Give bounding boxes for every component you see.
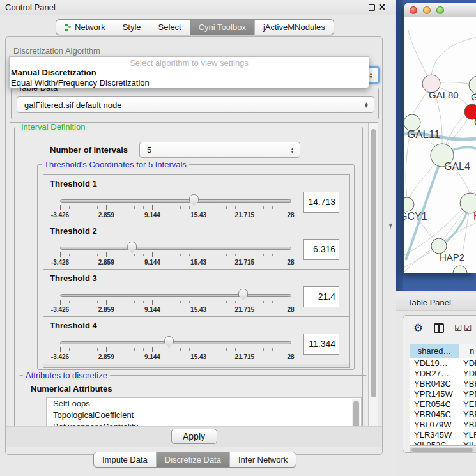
algorithm-option-item[interactable]: Manual Discretization [10,68,369,78]
tab-label: Network [75,22,105,32]
zoom-traffic-light-icon[interactable] [436,6,444,14]
attribute-list-item[interactable]: TopologicalCoefficient [47,410,361,421]
main-scrollbar-thumb[interactable] [371,129,376,397]
slider-thumb[interactable] [189,194,199,206]
apply-button[interactable]: Apply [171,429,217,444]
threshold-value-field[interactable]: 14.713 [303,192,339,213]
numerical-attributes-list: SelfLoops TopologicalCoefficient Between… [46,397,362,427]
table-row[interactable]: YDL19… YDL1 [410,358,476,369]
tab-item[interactable]: Discretize Data [156,452,229,467]
slider-track[interactable] [60,247,291,250]
tab-item[interactable]: Select [150,20,190,35]
threshold-panel: Threshold 3 -3.4262.8599.14415.4321.7152… [43,270,349,317]
number-of-intervals-label: Number of Intervals [50,145,128,155]
table-row[interactable]: YER054C YER0 [410,399,476,410]
slider-track[interactable] [60,199,291,203]
minimize-traffic-light-icon[interactable] [423,6,431,14]
table-row[interactable]: YPR145W YPR1 [410,389,476,399]
tab-label: Discretize Data [165,455,221,464]
split-column-icon[interactable] [434,323,444,333]
table-cell[interactable]: YBR043C [410,379,459,389]
table-cell[interactable]: YDR2 [459,369,476,379]
table-cell[interactable]: YDR27… [410,369,459,379]
table-cell[interactable]: YBR0 [459,410,476,420]
main-scrollbar[interactable] [368,123,378,426]
threshold-value-field[interactable]: 11.344 [303,334,339,355]
interval-definition-group: Interval Definition Number of Intervals … [14,127,363,427]
slider-track[interactable] [60,341,291,344]
algorithm-prompt-item[interactable]: Select algorithm to view settings [10,58,369,68]
threshold-value-field[interactable]: 6.316 [303,239,339,260]
slider-scale-labels: -3.4262.8599.14415.4321.71528 [60,306,291,314]
network-node[interactable] [453,266,467,273]
slider-scale-labels: -3.4262.8599.14415.4321.71528 [60,353,291,361]
list-scrollbar-thumb[interactable] [353,401,359,427]
table-row[interactable]: YLR345W YLR3 [410,430,476,440]
table-cell[interactable]: YBL0 [459,420,476,430]
gear-icon[interactable]: ⚙ [413,321,423,335]
control-panel-title: Control Panel [5,3,56,12]
threshold-label: Threshold 4 [50,321,97,330]
slider-thumb[interactable] [238,289,248,300]
network-canvas[interactable]: GAL80GACGAL11GAL4GCY1HHAP2 [404,17,476,273]
tab-item[interactable]: Cyni Toolbox [190,20,254,35]
table-cell[interactable]: YIL0 [459,440,476,446]
table-data-select[interactable]: galFiltered.sif default node ▲▼ [17,96,374,113]
slider-major-ticks [60,347,291,352]
tab-item[interactable]: Infer Network [229,452,296,467]
table-row[interactable]: YBR045C YBR0 [410,410,476,420]
table-row[interactable]: YIL052C YIL0 [410,440,476,446]
slider-thumb[interactable] [127,242,137,253]
threshold-slider[interactable]: -3.4262.8599.14415.4321.71528 [60,288,291,316]
column-header-name[interactable]: n [459,344,476,358]
threshold-value-field[interactable]: 21.4 [303,286,339,307]
list-scrollbar[interactable] [352,399,360,427]
table-cell[interactable]: YDL1 [459,358,476,369]
algorithm-option-item[interactable]: Equal Width/Frequency Discretization [10,78,369,88]
network-desktop: GAL80GACGAL11GAL4GCY1HHAP2 [396,0,476,291]
discretization-algorithm-group-label: Discretization Algorithm [13,46,100,56]
table-row[interactable]: YBR043C YBR0 [410,379,476,389]
threshold-slider[interactable]: -3.4262.8599.14415.4321.71528 [60,240,291,268]
table-cell[interactable]: YLR3 [459,430,476,440]
number-of-intervals-select[interactable]: 5 ▲▼ [139,142,300,158]
table-cell[interactable]: YPR1 [459,389,476,399]
table-row[interactable]: YBL079W YBL0 [410,420,476,430]
threshold-slider[interactable]: -3.4262.8599.14415.4321.71528 [60,335,291,363]
close-traffic-light-icon[interactable] [410,6,417,14]
slider-track[interactable] [60,294,291,297]
table-cell[interactable]: YBR045C [410,410,459,420]
attribute-list-item[interactable]: SelfLoops [47,398,361,410]
slider-major-ticks [60,252,291,257]
table-cell[interactable]: YER0 [459,399,476,410]
table-cell[interactable]: YBL079W [410,420,459,430]
tab-item[interactable]: Network [56,20,114,35]
table-cell[interactable]: YIL052C [410,440,459,446]
table-row[interactable]: YDR27… YDR2 [410,369,476,379]
threshold-slider[interactable]: -3.4262.8599.14415.4321.71528 [60,193,291,221]
interval-definition-label: Interval Definition [19,122,88,132]
threshold-panel: Threshold 2 -3.4262.8599.14415.4321.7152… [43,222,349,270]
table-scrollbar-thumb[interactable] [411,448,473,452]
table-horizontal-scrollbar[interactable] [410,447,476,453]
float-window-icon[interactable] [369,4,375,11]
slider-major-ticks [60,300,291,305]
close-icon[interactable]: ✕ [378,2,386,12]
tab-item[interactable]: Style [114,20,150,35]
table-cell[interactable]: YBR0 [459,379,476,389]
checkbox-icon[interactable]: ☑ [454,323,463,333]
tab-item[interactable]: jActiveMNodules [254,20,334,35]
tab-item[interactable]: Impute Data [94,452,156,467]
table-cell[interactable]: YDL19… [410,358,459,369]
slider-thumb[interactable] [164,336,174,348]
table-cell[interactable]: YLR345W [410,430,459,440]
attributes-group-label: Attributes to discretize [23,371,110,380]
checkbox-icon[interactable]: ☑ [464,323,472,333]
table-header-row: shared… n [410,344,476,358]
network-node[interactable] [404,197,414,211]
table-cell[interactable]: YPR145W [410,389,459,399]
network-view-window[interactable]: GAL80GACGAL11GAL4GCY1HHAP2 [404,3,476,273]
network-window-titlebar[interactable] [404,3,476,17]
table-cell[interactable]: YER054C [410,399,459,410]
column-header-shared-name[interactable]: shared… [410,344,459,358]
